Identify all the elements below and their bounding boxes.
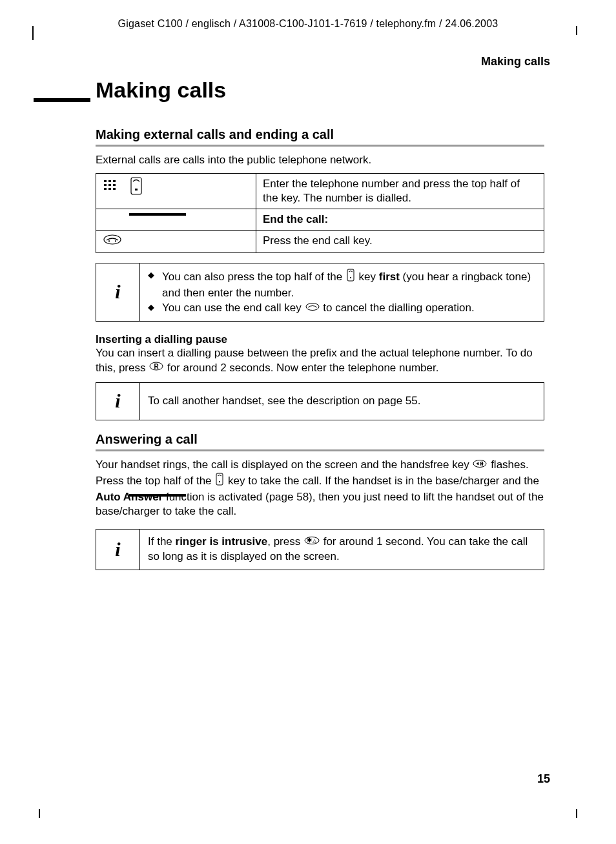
svg-rect-16 bbox=[219, 481, 220, 482]
info-box-2: i To call another handset, see the descr… bbox=[96, 382, 544, 420]
pause-text: You can insert a dialling pause between … bbox=[96, 346, 544, 376]
svg-rect-7 bbox=[108, 188, 111, 190]
svg-rect-9 bbox=[135, 189, 138, 190]
info1-bullet2: You can use the end call key to cancel t… bbox=[148, 301, 536, 316]
svg-point-15 bbox=[473, 460, 486, 467]
chapter-title: Making calls bbox=[96, 77, 544, 103]
step-row-3: Press the end call key. bbox=[256, 231, 544, 253]
svg-rect-6 bbox=[104, 188, 107, 190]
r-key-icon: R bbox=[149, 361, 164, 376]
info-icon: i bbox=[96, 263, 140, 322]
info2-text: To call another handset, see the descrip… bbox=[140, 383, 544, 420]
step-row-1: Enter the telephone number and press the… bbox=[256, 173, 544, 209]
info1-bullet1: You can also press the top half of the k… bbox=[148, 269, 536, 301]
svg-text:✱: ✱ bbox=[307, 537, 312, 544]
info-icon: i bbox=[96, 530, 140, 570]
doc-header: Gigaset C100 / englisch / A31008-C100-J1… bbox=[0, 18, 616, 30]
section-heading-external: Making external calls and ending a call bbox=[96, 127, 544, 142]
info3-text: If the ringer is intrusive, press ✱△ for… bbox=[140, 530, 544, 570]
svg-rect-5 bbox=[113, 184, 116, 186]
svg-point-12 bbox=[306, 304, 319, 311]
star-key-icon: ✱△ bbox=[303, 535, 320, 550]
talk-key-icon bbox=[128, 177, 144, 199]
svg-text:△: △ bbox=[313, 538, 317, 544]
page-number: 15 bbox=[537, 772, 550, 786]
answering-para: Your handset rings, the call is displaye… bbox=[96, 458, 544, 520]
info-icon: i bbox=[96, 383, 140, 420]
keypad-icon bbox=[103, 179, 119, 197]
intro-text: External calls are calls into the public… bbox=[96, 153, 544, 168]
info-box-3: i If the ringer is intrusive, press ✱△ f… bbox=[96, 529, 544, 570]
talk-key-icon bbox=[345, 269, 356, 286]
svg-rect-11 bbox=[350, 277, 351, 278]
end-call-key-icon bbox=[305, 301, 320, 316]
svg-point-10 bbox=[104, 235, 121, 244]
svg-rect-8 bbox=[113, 188, 116, 190]
info-box-1: i You can also press the top half of the… bbox=[96, 263, 544, 322]
svg-rect-2 bbox=[113, 180, 116, 182]
pause-heading: Inserting a dialling pause bbox=[96, 333, 544, 346]
svg-rect-4 bbox=[108, 184, 111, 186]
talk-key-icon bbox=[214, 473, 225, 490]
end-call-key-icon bbox=[103, 234, 122, 249]
section-heading-answering: Answering a call bbox=[96, 432, 544, 447]
svg-text:R: R bbox=[154, 363, 159, 370]
svg-rect-0 bbox=[104, 180, 107, 182]
svg-rect-1 bbox=[108, 180, 111, 182]
speaker-key-icon bbox=[472, 458, 488, 473]
svg-rect-3 bbox=[104, 184, 107, 186]
step-row-2-label: End the call: bbox=[256, 209, 544, 231]
running-head: Making calls bbox=[481, 55, 550, 68]
